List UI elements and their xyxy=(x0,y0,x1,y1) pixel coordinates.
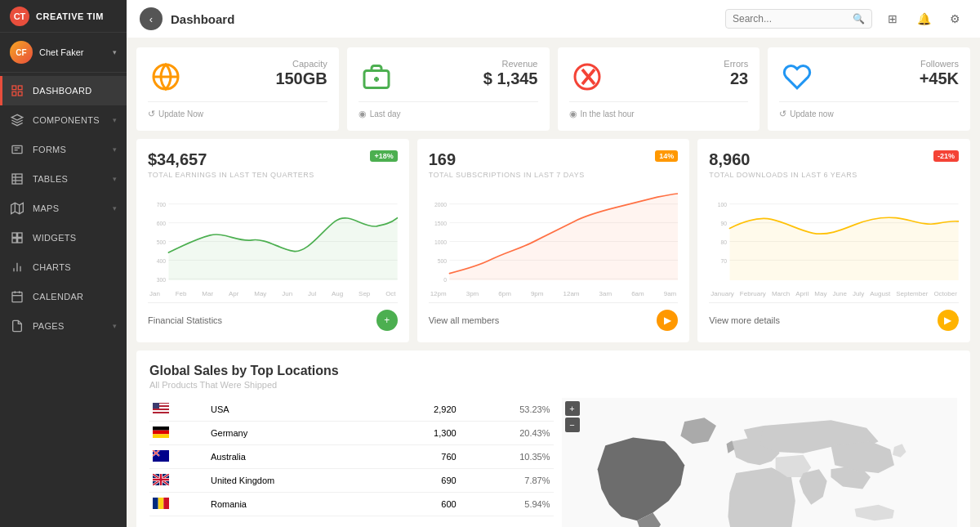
svg-rect-67 xyxy=(153,403,159,409)
svg-text:90: 90 xyxy=(721,221,728,226)
global-sales-body: USA 2,920 53.23% Germany 1,300 20.43% Au… xyxy=(149,398,957,527)
stat-footer-icon-followers: ↺ xyxy=(779,109,786,119)
stat-footer-label-followers: Update now xyxy=(790,109,833,118)
svg-text:500: 500 xyxy=(157,239,167,245)
x-label: February xyxy=(740,290,766,297)
map-zoom-out[interactable]: − xyxy=(565,418,580,432)
nav-menu: DASHBOARD COMPONENTS ▾ FORMS ▾ TABLES ▾ … xyxy=(0,73,127,527)
user-panel[interactable]: CF Chet Faker ▾ xyxy=(0,33,127,73)
stat-footer-label-revenue: Last day xyxy=(370,109,401,118)
sidebar-item-label-calendar: CALENDAR xyxy=(33,292,117,301)
svg-rect-66 xyxy=(153,413,169,414)
flag-cell xyxy=(149,422,207,445)
svg-text:700: 700 xyxy=(157,202,167,208)
svg-rect-87 xyxy=(158,498,164,509)
stat-icon-errors xyxy=(569,59,605,95)
chart-subtitle-downloads: TOTAL DOWNLOADS IN LAST 6 YEARS xyxy=(709,171,959,179)
tables-icon xyxy=(10,172,24,186)
svg-text:1000: 1000 xyxy=(434,239,447,245)
x-label: October xyxy=(933,290,956,297)
country-value: 600 xyxy=(386,493,460,516)
sidebar-item-components[interactable]: COMPONENTS ▾ xyxy=(0,105,127,135)
svg-rect-15 xyxy=(18,233,22,237)
flag-cell xyxy=(149,469,207,493)
components-icon xyxy=(10,113,24,127)
main-content: ‹ Dashboard 🔍 ⊞ 🔔 ⚙ Capacity 150GB ↺ xyxy=(127,0,980,527)
search-icon: 🔍 xyxy=(853,13,865,25)
chart-area-subscriptions: 2000 1500 1000 500 0 12pm3pm6pm9pm12am3a… xyxy=(429,184,679,297)
topbar: ‹ Dashboard 🔍 ⊞ 🔔 ⚙ xyxy=(127,0,980,38)
table-row: Germany 1,300 20.43% xyxy=(149,422,554,445)
stat-value-capacity: 150GB xyxy=(192,69,327,88)
nav-arrow-forms: ▾ xyxy=(113,145,117,154)
svg-rect-7 xyxy=(12,174,22,184)
search-box: 🔍 xyxy=(725,9,872,29)
stat-footer-errors[interactable]: ◉ In the last hour xyxy=(569,101,749,119)
svg-rect-16 xyxy=(12,239,16,243)
topbar-icons: ⊞ 🔔 ⚙ xyxy=(880,7,967,31)
notification-icon[interactable]: 🔔 xyxy=(911,7,936,31)
back-button[interactable]: ‹ xyxy=(140,7,163,30)
stat-footer-capacity[interactable]: ↺ Update Now xyxy=(148,101,327,119)
chart-svg-downloads: 100 90 80 70 xyxy=(709,184,959,290)
brand-header: CT CREATIVE TIM xyxy=(0,0,127,33)
sidebar-item-label-pages: PAGES xyxy=(33,321,113,331)
chart-footer-btn-earnings[interactable]: + xyxy=(376,310,398,331)
country-percent: 5.94% xyxy=(460,493,554,516)
chart-footer-btn-downloads[interactable]: ▶ xyxy=(938,310,959,331)
svg-rect-63 xyxy=(153,409,169,410)
stat-footer-revenue[interactable]: ◉ Last day xyxy=(359,101,538,119)
chart-footer-label-earnings: Financial Statistics xyxy=(148,315,222,325)
countries-table: USA 2,920 53.23% Germany 1,300 20.43% Au… xyxy=(149,398,554,516)
sidebar-item-pages[interactable]: PAGES ▾ xyxy=(0,311,127,341)
settings-icon[interactable]: ⚙ xyxy=(942,7,967,31)
x-label: 12pm xyxy=(430,290,447,297)
svg-rect-0 xyxy=(12,86,16,90)
map-area: + − xyxy=(562,398,958,527)
svg-rect-70 xyxy=(153,434,169,438)
svg-rect-88 xyxy=(163,498,169,509)
country-percent: 53.23% xyxy=(460,398,554,422)
map-zoom-in[interactable]: + xyxy=(565,401,580,416)
chart-value-earnings: $34,657 xyxy=(148,150,207,169)
grid-icon[interactable]: ⊞ xyxy=(880,7,905,31)
svg-rect-64 xyxy=(153,410,169,412)
x-label: Aug xyxy=(332,290,343,297)
chart-value-downloads: 8,960 xyxy=(709,150,750,169)
stat-label-revenue: Revenue xyxy=(403,59,538,69)
svg-rect-3 xyxy=(12,92,16,96)
chart-area-downloads: 100 90 80 70 JanuaryFebruaryMarchAprilMa… xyxy=(709,184,959,297)
stat-icon-capacity xyxy=(148,59,184,95)
x-label: Jan xyxy=(149,290,160,297)
stat-card-revenue: Revenue $ 1,345 ◉ Last day xyxy=(347,47,550,131)
sidebar-item-maps[interactable]: MAPS ▾ xyxy=(0,194,127,223)
sidebar: CT CREATIVE TIM CF Chet Faker ▾ DASHBOAR… xyxy=(0,0,127,527)
sidebar-item-forms[interactable]: FORMS ▾ xyxy=(0,135,127,164)
stat-footer-followers[interactable]: ↺ Update now xyxy=(779,101,959,119)
x-label: 9pm xyxy=(531,290,544,297)
brand-name: CREATIVE TIM xyxy=(36,11,104,21)
sidebar-item-tables[interactable]: TABLES ▾ xyxy=(0,164,127,194)
sidebar-item-charts[interactable]: CHARTS xyxy=(0,252,127,282)
world-map xyxy=(562,398,958,527)
svg-rect-21 xyxy=(12,293,22,302)
svg-text:1500: 1500 xyxy=(434,221,447,226)
x-label: March xyxy=(772,290,790,297)
x-label: 3am xyxy=(599,290,612,297)
sidebar-item-calendar[interactable]: CALENDAR xyxy=(0,282,127,311)
x-label: 6pm xyxy=(498,290,511,297)
chart-footer-btn-subscriptions[interactable]: ▶ xyxy=(657,310,678,331)
country-name: Romania xyxy=(207,493,386,516)
chart-badge-subscriptions: 14% xyxy=(655,150,678,162)
x-label: 6am xyxy=(631,290,644,297)
sidebar-item-label-tables: TABLES xyxy=(33,174,113,184)
chart-area-earnings: 700 600 500 400 300 JanFebMarAprMayJunJu… xyxy=(148,184,398,297)
country-value: 760 xyxy=(386,445,460,469)
sidebar-item-widgets[interactable]: WIDGETS xyxy=(0,223,127,252)
search-input[interactable] xyxy=(733,13,853,25)
x-label: Mar xyxy=(202,290,213,297)
global-sales-header: Global Sales by Top Locations All Produc… xyxy=(149,364,957,390)
page-title: Dashboard xyxy=(171,12,725,26)
sidebar-item-dashboard[interactable]: DASHBOARD xyxy=(0,76,127,105)
x-label: 3pm xyxy=(466,290,479,297)
